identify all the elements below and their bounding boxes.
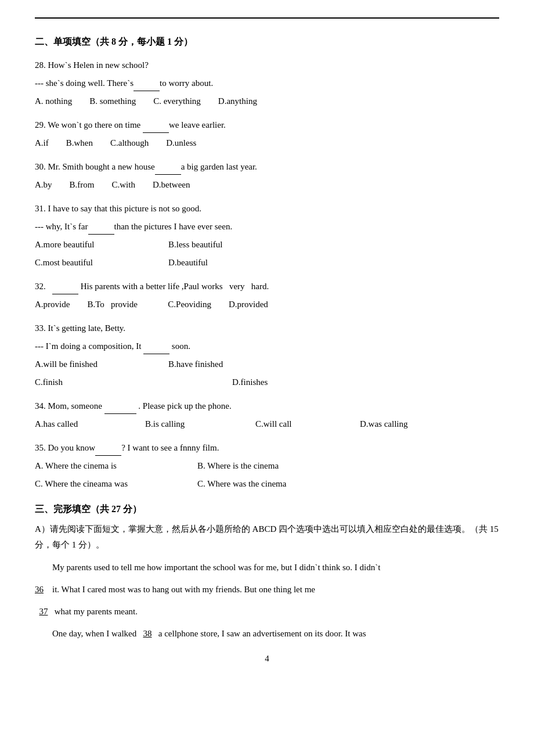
q30-optC: C.with — [112, 177, 135, 193]
page-number: 4 — [35, 654, 499, 664]
paragraph-2: 36 it. What I cared most was to hang out… — [35, 581, 499, 598]
q33-blank — [143, 354, 169, 354]
q31-optD: D.beautiful — [168, 255, 208, 271]
q33-options-row2: C.finish D.finishes — [35, 375, 499, 390]
blank36: 36 — [35, 585, 44, 594]
q35-options-row1: A. Where the cinema is B. Where is the c… — [35, 458, 499, 474]
paragraph-3: 37 what my parents meant. — [35, 603, 499, 620]
q28-subtext: --- she`s doing well. There`sto worry ab… — [35, 75, 499, 91]
q29-blank — [143, 132, 169, 133]
q34-text: 34. Mom, someone . Please pick up the ph… — [35, 398, 499, 414]
question-35: 35. Do you know? I want to see a fnnny f… — [35, 440, 499, 492]
question-33: 33. It`s getting late, Betty. --- I`m do… — [35, 321, 499, 390]
question-34: 34. Mom, someone . Please pick up the ph… — [35, 398, 499, 432]
q31-optB: B.less beautiful — [168, 237, 222, 253]
q29-options: A.if B.when C.although D.unless — [35, 135, 499, 151]
q31-optC: C.most beautiful — [35, 255, 151, 271]
q31-options-row1: A.more beautiful B.less beautiful — [35, 237, 499, 253]
q35-options-row2: C. Where the cineama was C. Where was th… — [35, 476, 499, 492]
q29-optB: B.when — [66, 135, 93, 151]
q29-optC: C.although — [110, 135, 149, 151]
q32-optD: D.provided — [229, 297, 268, 312]
q34-options: A.has called B.is calling C.will call D.… — [35, 416, 499, 432]
q35-blank — [95, 455, 121, 456]
question-29: 29. We won`t go there on time we leave e… — [35, 117, 499, 151]
question-28: 28. How`s Helen in new school? --- she`s… — [35, 57, 499, 109]
question-31: 31. I have to say that this picture is n… — [35, 201, 499, 271]
q29-optA: A.if — [35, 135, 49, 151]
q33-optA: A.will be finished — [35, 357, 151, 372]
q28-optA: A. nothing — [35, 93, 72, 109]
paragraph-4: One day, when I walked 38 a cellphone st… — [35, 625, 499, 642]
q35-text: 35. Do you know? I want to see a fnnny f… — [35, 440, 499, 456]
q32-text: 32. His parents with a better life ,Paul… — [35, 279, 499, 294]
q29-optD: D.unless — [166, 135, 196, 151]
q32-blank — [52, 294, 78, 294]
q33-options-row1: A.will be finished B.have finished — [35, 357, 499, 372]
q32-optA: A.provide — [35, 297, 70, 312]
q31-subtext: --- why, It`s farthan the pictures I hav… — [35, 219, 499, 235]
q28-blank — [134, 91, 160, 91]
q28-options: A. nothing B. something C. everything D.… — [35, 93, 499, 109]
q30-options: A.by B.from C.with D.between — [35, 177, 499, 193]
q34-optD: D.was calling — [360, 416, 407, 432]
q35-optA: A. Where the cinema is — [35, 458, 180, 474]
q31-optA: A.more beautiful — [35, 237, 151, 253]
q31-options-row2: C.most beautiful D.beautiful — [35, 255, 499, 271]
q28-optB: B. something — [89, 93, 136, 109]
q29-text: 29. We won`t go there on time we leave e… — [35, 117, 499, 133]
q35-optC1: C. Where the cineama was — [35, 476, 180, 492]
q34-optB: B.is calling — [145, 416, 238, 432]
q30-blank — [155, 174, 181, 175]
blank38: 38 — [143, 629, 151, 638]
q30-text: 30. Mr. Smith bought a new housea big ga… — [35, 159, 499, 175]
top-border — [35, 17, 499, 19]
q34-blank — [104, 413, 136, 414]
q30-optD: D.between — [153, 177, 190, 193]
paragraph-1: My parents used to tell me how important… — [35, 559, 499, 576]
q35-optB: B. Where is the cinema — [197, 458, 279, 474]
q31-text: 31. I have to say that this picture is n… — [35, 201, 499, 217]
q34-optA: A.has called — [35, 416, 128, 432]
section3-parta-instruction: A）请先阅读下面短文，掌握大意，然后从各小题所给的 ABCD 四个选项中选出可以… — [35, 521, 499, 553]
q33-optD: D.finishes — [232, 375, 268, 390]
q32-optC: C.Peoviding — [155, 297, 211, 312]
blank37: 37 — [39, 607, 48, 616]
q33-optC: C.finish — [35, 375, 151, 390]
parta-label: A）请先阅读下面短文，掌握大意，然后从各小题所给的 ABCD 四个选项中选出可以… — [35, 524, 499, 549]
q33-optB: B.have finished — [168, 357, 223, 372]
q32-optB: B.To provide — [87, 297, 137, 312]
q33-subtext: --- I`m doing a composition, It soon. — [35, 339, 499, 354]
q28-optC: C. everything — [153, 93, 201, 109]
q35-optC2: C. Where was the cinema — [197, 476, 286, 492]
q34-optC: C.will call — [255, 416, 342, 432]
q33-text: 33. It`s getting late, Betty. — [35, 321, 499, 336]
section2-title: 二、单项填空（共 8 分，每小题 1 分） — [35, 36, 499, 48]
q28-text: 28. How`s Helen in new school? — [35, 57, 499, 73]
question-30: 30. Mr. Smith bought a new housea big ga… — [35, 159, 499, 193]
q30-optA: A.by — [35, 177, 52, 193]
question-32: 32. His parents with a better life ,Paul… — [35, 279, 499, 312]
q30-optB: B.from — [70, 177, 95, 193]
section3-title: 三、完形填空（共 27 分） — [35, 503, 499, 516]
q28-number: 28. How`s Helen in new school? — [35, 60, 149, 70]
q32-options: A.provide B.To provide C.Peoviding D.pro… — [35, 297, 499, 312]
q28-optD: D.anything — [218, 93, 257, 109]
q31-blank — [88, 234, 114, 235]
